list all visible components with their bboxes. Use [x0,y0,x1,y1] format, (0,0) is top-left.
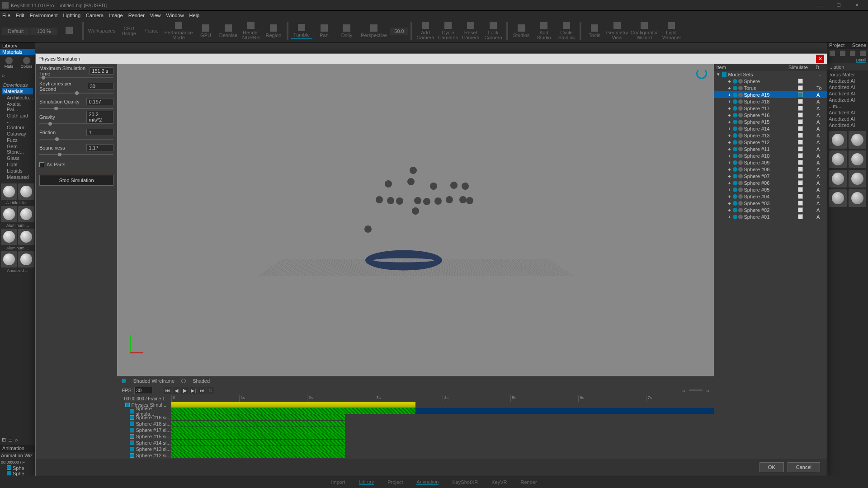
project-thumb[interactable] [849,150,866,168]
simulate-checkbox[interactable] [798,214,803,219]
tree-row[interactable]: + Sphere #02 A [714,206,827,213]
tree-item[interactable]: Cutaway [2,131,33,137]
tree-row[interactable]: + Sphere #01 A [714,213,827,220]
pan-button[interactable]: Pan [313,23,335,39]
track-bar[interactable] [171,408,714,414]
lock-icon[interactable] [738,208,743,212]
material-thumb[interactable] [1,183,17,200]
track-bar[interactable] [171,433,714,439]
prev-frame-button[interactable]: ◀ [173,387,180,394]
visibility-icon[interactable] [733,201,737,206]
simulate-header[interactable]: Simulate [788,65,816,70]
visibility-icon[interactable] [733,93,737,97]
search-icon[interactable]: ⌕ [2,72,5,78]
lock-icon[interactable] [738,99,743,104]
grid-icon[interactable]: ⊞ [2,437,6,443]
max-time-slider[interactable] [39,75,113,80]
tree-row[interactable]: + Sphere [714,78,827,84]
tree-row[interactable]: + Sphere #11 A [714,145,827,152]
tree-row-modelsets[interactable]: ▾ Model Sets - [714,71,827,78]
list-item[interactable]: Anodized Al [828,90,867,97]
tree-item[interactable]: Liquids [2,168,33,174]
tree-row[interactable]: + Sphere #15 A [714,118,827,125]
anim-check[interactable] [7,471,11,475]
track-bar[interactable] [171,446,714,452]
visibility-icon[interactable] [733,86,737,90]
tree-row[interactable]: + Sphere #17 A [714,105,827,112]
visibility-icon[interactable] [733,113,737,117]
menu-environment[interactable]: Environment [30,13,58,18]
track-bar[interactable] [171,421,714,427]
track-bar[interactable] [171,414,714,420]
menu-edit[interactable]: Edit [16,13,24,18]
project-button[interactable]: Project [387,479,403,485]
dialog-close-button[interactable]: ✕ [816,55,824,63]
lock-icon[interactable] [738,127,743,131]
lighting-icon[interactable] [850,51,855,56]
track-bars[interactable]: 01s2s3s4s5s6s7s [171,395,714,459]
bounciness-value[interactable]: 1.17 [86,144,113,151]
pause-icon-button[interactable] [58,26,80,36]
dolly-button[interactable]: Dolly [336,23,358,39]
simulate-checkbox[interactable] [798,153,803,158]
simulate-checkbox[interactable] [798,119,803,124]
dialog-titlebar[interactable]: Physics Simulation ✕ [36,54,827,64]
perspective-button[interactable]: Perspective [359,23,389,39]
visibility-icon[interactable] [733,79,737,84]
ok-button[interactable]: OK [760,462,784,472]
track-checkbox[interactable] [130,453,134,458]
menu-window[interactable]: Window [166,13,184,18]
lock-icon[interactable] [738,174,743,178]
add-studio-button[interactable]: Add Studio [533,21,555,41]
track-name-row[interactable]: Sphere #13 si... [124,446,171,452]
anim-check[interactable] [7,465,11,470]
track-name-row[interactable]: Sphere #16 si... [124,414,171,421]
simulate-checkbox[interactable] [798,92,803,97]
lock-camera-button[interactable]: Lock Camera [482,21,504,41]
track-bar[interactable] [171,402,714,408]
tree-item[interactable]: Measured [2,174,33,180]
track-bar[interactable] [171,427,714,433]
quality-slider[interactable] [39,106,113,111]
tree-item[interactable]: Architectu... [2,94,33,101]
tree-item[interactable]: Cloth and ... [2,113,33,124]
tree-item[interactable]: Fuzz [2,137,33,143]
image-icon[interactable] [860,51,866,56]
visibility-icon[interactable] [733,194,737,199]
menu-help[interactable]: Help [189,13,200,18]
menu-image[interactable]: Image [109,13,123,18]
visibility-icon[interactable] [733,120,737,124]
tree-item[interactable]: Gem Stone... [2,143,33,155]
scene-icon[interactable] [830,51,835,56]
lock-icon[interactable] [738,120,743,124]
keyshotxr-button[interactable]: KeyShotXR [452,479,478,485]
light-manager-button[interactable]: Light Manager [660,21,682,41]
item-header[interactable]: Item [716,65,788,70]
tree-row[interactable]: + Sphere #05 A [714,186,827,193]
tree-row[interactable]: + Sphere #08 A [714,166,827,173]
track-name-row[interactable]: Sphere #12 si... [124,452,171,459]
stop-simulation-button[interactable]: Stop Simulation [39,175,113,186]
simulate-checkbox[interactable] [798,194,803,199]
lock-icon[interactable] [738,215,743,219]
cycle-studios-button[interactable]: Cycle Studios [556,21,577,41]
tree-item[interactable]: Glass [2,155,33,161]
tree-downloads[interactable]: Downloads [2,82,33,88]
animation-wizard-button[interactable]: Animation Wiz [1,453,33,458]
search-icon[interactable]: ⌕ [15,437,18,443]
simulate-checkbox[interactable] [798,99,803,104]
project-thumb[interactable] [849,131,866,149]
list-item[interactable]: Anodized Al [828,116,867,122]
add-camera-button[interactable]: Add Camera [415,21,436,41]
tree-materials[interactable]: Materials [2,88,33,94]
list-item[interactable]: Anodized Al [828,78,867,84]
visibility-icon[interactable] [733,181,737,185]
material-thumb[interactable] [18,251,34,267]
maximize-button[interactable]: ☐ [830,2,848,8]
fps-value[interactable]: 30 [134,387,152,394]
play-button[interactable]: ▶ [181,387,189,394]
skip-end-button[interactable]: ⏭ [198,387,206,394]
material-icon[interactable] [840,51,845,56]
tree-row[interactable]: + Torus To [714,84,827,91]
project-thumb[interactable] [849,170,866,188]
